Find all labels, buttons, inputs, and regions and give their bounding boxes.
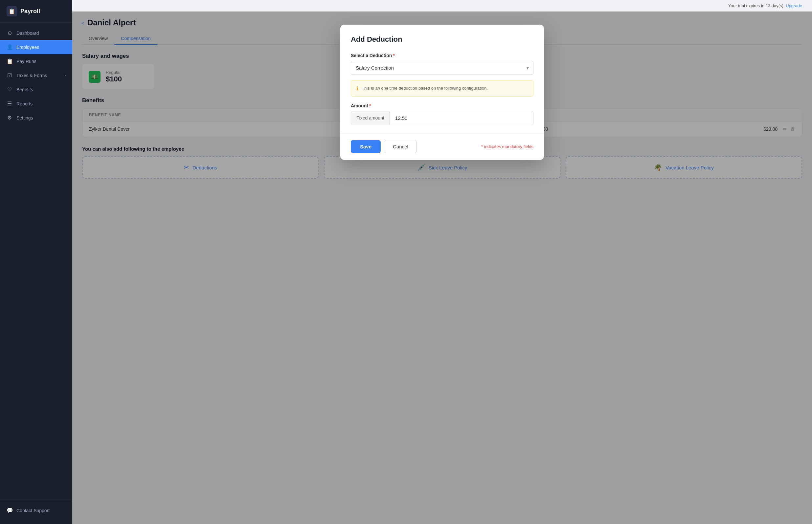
- reports-icon: ☰: [6, 100, 13, 107]
- upgrade-link[interactable]: Upgrade: [786, 3, 802, 8]
- sidebar-item-label: Taxes & Forms: [16, 73, 47, 78]
- sidebar-item-pay-runs[interactable]: 📋 Pay Runs: [0, 54, 72, 68]
- employees-icon: 👤: [6, 44, 13, 50]
- modal-title: Add Deduction: [351, 35, 534, 44]
- sidebar-item-label: Pay Runs: [16, 59, 36, 64]
- sidebar-logo: 📋 Payroll: [0, 0, 72, 23]
- app-logo-icon: 📋: [6, 6, 17, 16]
- sidebar-item-contact-support[interactable]: 💬 Contact Support: [0, 503, 72, 518]
- main-content: Your trial expires in 13 day(s). Upgrade…: [72, 0, 812, 524]
- sidebar-bottom: 💬 Contact Support: [0, 500, 72, 524]
- pay-runs-icon: 📋: [6, 58, 13, 64]
- benefits-icon: ♡: [6, 86, 13, 93]
- save-button[interactable]: Save: [351, 140, 381, 153]
- modal-footer: Save Cancel * indicates mandatory fields: [340, 133, 544, 160]
- deduction-select[interactable]: Salary Correction: [351, 61, 534, 75]
- info-icon: ℹ: [356, 85, 358, 92]
- app-name: Payroll: [20, 8, 40, 15]
- required-star-deduction: *: [393, 53, 394, 58]
- sidebar-item-label: Contact Support: [16, 508, 50, 513]
- sidebar-item-settings[interactable]: ⚙ Settings: [0, 111, 72, 125]
- sidebar-item-taxes-forms[interactable]: ☑ Taxes & Forms ›: [0, 68, 72, 82]
- amount-type: Fixed amount: [351, 111, 390, 125]
- taxes-forms-icon: ☑: [6, 72, 13, 79]
- amount-input[interactable]: [390, 111, 533, 125]
- amount-label: Amount *: [351, 103, 534, 108]
- sidebar-item-label: Settings: [16, 115, 33, 120]
- chevron-right-icon: ›: [65, 73, 66, 77]
- sidebar-nav: ⊙ Dashboard 👤 Employees 📋 Pay Runs ☑ Tax…: [0, 23, 72, 500]
- sidebar-item-label: Reports: [16, 101, 33, 107]
- sidebar-item-benefits[interactable]: ♡ Benefits: [0, 82, 72, 97]
- sidebar: 📋 Payroll ⊙ Dashboard 👤 Employees 📋 Pay …: [0, 0, 72, 524]
- sidebar-item-employees[interactable]: 👤 Employees: [0, 40, 72, 54]
- modal-body: Add Deduction Select a Deduction * Salar…: [340, 24, 544, 133]
- select-deduction-label: Select a Deduction *: [351, 53, 534, 58]
- deduction-select-wrapper: Salary Correction ▾: [351, 61, 534, 75]
- add-deduction-modal: Add Deduction Select a Deduction * Salar…: [340, 24, 544, 160]
- info-box: ℹ This is an one time deduction based on…: [351, 80, 534, 97]
- contact-support-icon: 💬: [6, 507, 13, 513]
- dashboard-icon: ⊙: [6, 30, 13, 36]
- amount-row: Fixed amount: [351, 111, 534, 125]
- sidebar-item-dashboard[interactable]: ⊙ Dashboard: [0, 26, 72, 40]
- sidebar-item-reports[interactable]: ☰ Reports: [0, 97, 72, 111]
- sidebar-item-label: Dashboard: [16, 31, 39, 36]
- cancel-button[interactable]: Cancel: [385, 140, 417, 153]
- page-content: ‹ Daniel Alpert Overview Compensation Sa…: [72, 12, 812, 524]
- modal-backdrop: Add Deduction Select a Deduction * Salar…: [72, 12, 812, 524]
- top-bar: Your trial expires in 13 day(s). Upgrade: [72, 0, 812, 12]
- sidebar-item-label: Employees: [16, 45, 39, 50]
- info-text: This is an one time deduction based on t…: [362, 85, 488, 92]
- trial-text: Your trial expires in 13 day(s).: [728, 3, 785, 8]
- required-star-amount: *: [369, 103, 371, 108]
- mandatory-note: * indicates mandatory fields: [481, 144, 534, 149]
- sidebar-item-label: Benefits: [16, 87, 33, 92]
- settings-icon: ⚙: [6, 115, 13, 121]
